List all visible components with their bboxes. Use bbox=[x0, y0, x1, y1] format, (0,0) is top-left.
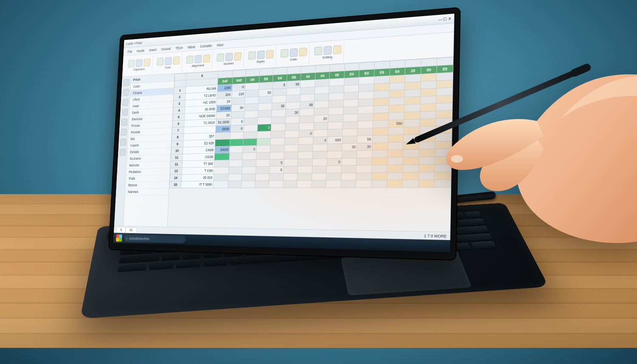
cell[interactable] bbox=[269, 173, 284, 181]
column-header[interactable]: B5 bbox=[259, 75, 273, 83]
cell[interactable] bbox=[257, 117, 271, 124]
cell[interactable]: 0 bbox=[231, 118, 244, 125]
cell[interactable] bbox=[271, 116, 285, 124]
side-panel[interactable]: Price CelinFinaneUlentAsanDenkIbenonePro… bbox=[123, 74, 175, 227]
column-header[interactable]: S6E bbox=[232, 76, 246, 84]
cell[interactable] bbox=[420, 81, 437, 89]
cell[interactable] bbox=[434, 180, 451, 187]
cell[interactable] bbox=[344, 92, 359, 100]
cell[interactable] bbox=[403, 172, 419, 180]
cell[interactable] bbox=[436, 118, 452, 126]
keyboard-key[interactable] bbox=[465, 212, 482, 218]
cell[interactable] bbox=[435, 141, 452, 149]
cell[interactable]: 30 bbox=[357, 143, 372, 150]
spreadsheet-grid[interactable]: AS4FS6ED9B5D9SB00A008E0E9E9E028S0E81R0.0… bbox=[167, 57, 454, 232]
cell[interactable] bbox=[387, 172, 403, 180]
cell[interactable] bbox=[329, 78, 344, 86]
cell[interactable] bbox=[435, 133, 452, 141]
cell[interactable] bbox=[301, 80, 315, 87]
row-header[interactable]: 11 bbox=[171, 154, 183, 161]
cell[interactable] bbox=[341, 165, 357, 173]
row-header[interactable]: 3 bbox=[173, 100, 185, 107]
tool-icon[interactable] bbox=[123, 89, 129, 96]
cell[interactable] bbox=[403, 142, 420, 150]
cell[interactable] bbox=[405, 74, 420, 82]
cell[interactable] bbox=[255, 174, 269, 181]
cell[interactable] bbox=[229, 153, 242, 160]
cell[interactable] bbox=[242, 166, 256, 174]
cell[interactable]: 24 bbox=[217, 98, 231, 105]
cell[interactable]: 0 bbox=[243, 146, 257, 153]
keyboard-key[interactable] bbox=[119, 254, 159, 263]
keyboard-key[interactable] bbox=[118, 263, 147, 271]
cell[interactable]: 30 bbox=[285, 109, 300, 116]
cell[interactable] bbox=[272, 88, 286, 96]
column-header[interactable]: E9 bbox=[374, 68, 389, 76]
cell[interactable]: 9 bbox=[269, 166, 284, 173]
cell[interactable] bbox=[404, 119, 420, 127]
cell[interactable] bbox=[328, 114, 343, 122]
cell[interactable] bbox=[228, 167, 242, 174]
column-header[interactable]: S0 bbox=[421, 66, 437, 74]
keyboard-key[interactable] bbox=[203, 258, 228, 266]
cell[interactable] bbox=[242, 160, 256, 167]
cell[interactable] bbox=[358, 91, 374, 99]
tool-icon[interactable] bbox=[121, 129, 127, 136]
cell[interactable] bbox=[403, 150, 419, 157]
cell[interactable] bbox=[228, 174, 242, 181]
cell[interactable] bbox=[418, 180, 434, 187]
window-controls[interactable]: — ☐ ✕ bbox=[438, 16, 451, 22]
cell[interactable] bbox=[285, 130, 299, 138]
ribbon-icon[interactable] bbox=[290, 48, 298, 57]
keyboard-key[interactable] bbox=[457, 219, 485, 226]
cell[interactable] bbox=[299, 116, 314, 123]
column-header[interactable]: 28 bbox=[405, 67, 421, 75]
cell[interactable] bbox=[314, 108, 329, 116]
cell[interactable] bbox=[420, 96, 436, 104]
cell[interactable] bbox=[342, 129, 358, 136]
cell[interactable] bbox=[300, 87, 315, 94]
cell[interactable] bbox=[270, 145, 285, 152]
cell[interactable] bbox=[312, 166, 327, 173]
cell[interactable] bbox=[343, 114, 358, 121]
cell[interactable] bbox=[298, 144, 313, 152]
row-label[interactable]: T7 368 bbox=[182, 160, 214, 167]
cell[interactable]: 20 bbox=[314, 115, 329, 123]
tool-icon[interactable] bbox=[121, 119, 127, 126]
row-label[interactable]: CN08 bbox=[183, 147, 215, 154]
ribbon-icon[interactable] bbox=[165, 57, 172, 65]
cell[interactable]: 38 bbox=[272, 102, 286, 110]
cell[interactable] bbox=[343, 99, 358, 107]
cell[interactable] bbox=[372, 127, 388, 135]
cell[interactable] bbox=[271, 110, 285, 117]
cell[interactable] bbox=[255, 181, 269, 188]
cell[interactable] bbox=[419, 164, 435, 172]
row-label[interactable]: IT T 3680 bbox=[181, 181, 214, 188]
cell[interactable] bbox=[214, 167, 228, 174]
cell[interactable] bbox=[387, 165, 403, 172]
cell[interactable] bbox=[258, 96, 272, 104]
cell[interactable] bbox=[344, 77, 359, 85]
cell[interactable]: 4 bbox=[313, 137, 328, 144]
cell[interactable] bbox=[284, 144, 299, 152]
cell[interactable] bbox=[286, 102, 300, 110]
cell[interactable] bbox=[374, 90, 389, 99]
cell[interactable] bbox=[328, 129, 343, 137]
ribbon-icon[interactable] bbox=[257, 51, 265, 59]
row-label[interactable]: T C69 bbox=[182, 167, 214, 175]
row-label[interactable]: CI039 bbox=[183, 153, 215, 161]
menu-item[interactable]: Nilcie bbox=[188, 45, 195, 49]
cell[interactable] bbox=[420, 111, 436, 119]
cell[interactable] bbox=[389, 75, 405, 83]
cell[interactable] bbox=[256, 166, 270, 174]
cell[interactable] bbox=[312, 158, 327, 166]
cell[interactable] bbox=[341, 180, 356, 188]
cell[interactable]: EC659 bbox=[217, 105, 231, 113]
cell[interactable] bbox=[258, 110, 272, 118]
cell[interactable]: 50 bbox=[259, 89, 273, 96]
cell[interactable]: 20 bbox=[216, 112, 231, 119]
cell[interactable] bbox=[389, 112, 404, 120]
cell[interactable] bbox=[387, 157, 403, 165]
cell[interactable] bbox=[271, 138, 285, 145]
cell[interactable] bbox=[436, 95, 453, 103]
